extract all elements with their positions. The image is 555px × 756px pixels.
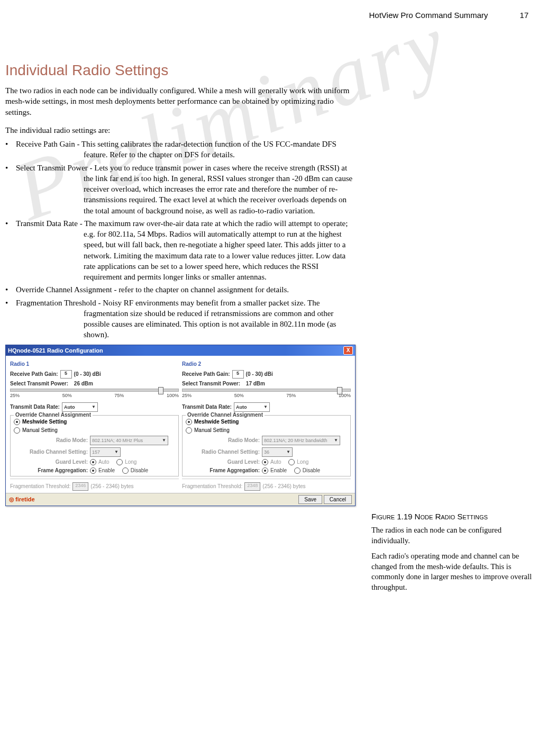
tdr-label: Transmit Data Rate: [10, 404, 60, 410]
frame-aggregation-row: Frame Aggregation: Enable Disable [202, 467, 347, 474]
radio-panel-title: Radio 2 [182, 361, 351, 367]
chevron-down-icon: ▼ [92, 404, 96, 409]
doc-title: HotView Pro Command Summary [369, 11, 488, 20]
frag-input: 2346 [72, 482, 88, 491]
settings-list-item: Fragmentation Threshold - Noisy RF envir… [5, 298, 356, 340]
radio-mode-label: Radio Mode: [30, 437, 88, 443]
list-item-text: Receive Path Gain - This setting calibra… [16, 139, 356, 160]
guard-label: Guard Level: [202, 459, 260, 465]
section-intro: The two radios in each node can be indiv… [5, 85, 356, 118]
radio-icon[interactable] [294, 467, 301, 474]
rcs-dropdown: 36▼ [262, 447, 293, 457]
slider-tick: 100% [167, 393, 179, 398]
stp-value: 17 dBm [246, 381, 265, 386]
rpg-label: Receive Path Gain: [10, 371, 58, 377]
radio-channel-row: Radio Channel Setting: 36▼ [202, 447, 347, 457]
firetide-logo: firetide [9, 496, 35, 503]
dialog-title: HQnode-0521 Radio Configuration [8, 347, 103, 354]
slider-tick: 25% [182, 393, 192, 398]
tdr-dropdown[interactable]: Auto▼ [234, 402, 270, 412]
list-item-text: Fragmentation Threshold - Noisy RF envir… [16, 298, 356, 340]
figure-desc-2: Each radio's operating mode and channel … [371, 551, 534, 592]
radio-mode-row: Radio Mode: 802.11NA; 40 MHz Plus▼ [30, 436, 175, 445]
radio-icon[interactable] [122, 467, 129, 474]
transmit-power-slider[interactable] [182, 389, 351, 392]
receive-path-gain-row: Receive Path Gain: 5 (0 - 30) dBi [10, 370, 179, 379]
list-item-text: Transmit Data Rate - The maximum raw ove… [16, 218, 356, 283]
radio-icon[interactable] [90, 467, 96, 474]
fragmentation-row: Fragmentation Threshold: 2348 (256 - 234… [182, 479, 351, 491]
settings-list-item: Receive Path Gain - This setting calibra… [5, 139, 356, 160]
chevron-down-icon: ▼ [263, 404, 268, 409]
page-number: 17 [520, 11, 529, 20]
transmit-power-row: Select Transmit Power: 26 dBm [10, 381, 179, 386]
fragmentation-row: Fragmentation Threshold: 2346 (256 - 234… [10, 479, 179, 491]
rpg-input[interactable]: 5 [232, 370, 244, 379]
dialog-titlebar[interactable]: HQnode-0521 Radio Configuration X [6, 345, 355, 356]
list-item-text: Override Channel Assignment - refer to t… [16, 284, 356, 295]
slider-tick: 50% [62, 393, 72, 398]
radio-icon [14, 419, 20, 425]
rcs-label: Radio Channel Setting: [202, 449, 260, 455]
frame-aggregation-row: Frame Aggregation: Enable Disable [30, 467, 175, 474]
save-button[interactable]: Save [298, 495, 322, 504]
radio-mode-label: Radio Mode: [202, 437, 260, 443]
stp-value: 26 dBm [74, 381, 93, 386]
receive-path-gain-row: Receive Path Gain: 5 (0 - 30) dBi [182, 370, 351, 379]
tdr-dropdown[interactable]: Auto▼ [62, 402, 98, 412]
radio-icon [14, 427, 20, 434]
meshwide-option[interactable]: Meshwide Setting [14, 419, 175, 425]
frag-input: 2348 [244, 482, 260, 491]
radio-panel-1: Radio 1 Receive Path Gain: 5 (0 - 30) dB… [10, 361, 179, 491]
chevron-down-icon: ▼ [162, 438, 166, 443]
radio-panel-2: Radio 2 Receive Path Gain: 5 (0 - 30) dB… [182, 361, 351, 491]
chevron-down-icon: ▼ [334, 438, 338, 443]
figure-number: 1.19 [397, 512, 412, 521]
radio-mode-dropdown: 802.11NA; 40 MHz Plus▼ [90, 436, 168, 445]
frag-range: (256 - 2346) bytes [262, 483, 305, 489]
figure-desc-1: The radios in each node can be configure… [371, 525, 534, 546]
manual-option[interactable]: Manual Setting [14, 427, 175, 434]
radio-icon [186, 419, 192, 425]
tdr-label: Transmit Data Rate: [182, 404, 232, 410]
stp-label: Select Transmit Power: [10, 381, 68, 386]
chevron-down-icon: ▼ [286, 449, 290, 454]
rpg-label: Receive Path Gain: [182, 371, 230, 377]
transmit-data-rate-row: Transmit Data Rate: Auto▼ [10, 402, 179, 412]
frag-label: Fragmentation Threshold: [182, 483, 242, 489]
settings-list-item: Select Transmit Power - Lets you to redu… [5, 163, 356, 216]
radio-icon [90, 459, 96, 465]
rcs-label: Radio Channel Setting: [30, 449, 88, 455]
figure-caption: Figure 1.19 Node Radio Settings [371, 512, 534, 521]
override-channel-group: Override Channel Assignment Meshwide Set… [10, 415, 179, 476]
settings-list-item: Transmit Data Rate - The maximum raw ove… [5, 218, 356, 283]
slider-ticks: 25%50%75%100% [10, 393, 179, 398]
slider-tick: 25% [10, 393, 20, 398]
dialog-footer: firetide Save Cancel [6, 493, 355, 506]
radio-icon [262, 459, 268, 465]
slider-thumb[interactable] [158, 387, 163, 394]
slider-tick: 75% [286, 393, 296, 398]
radio-mode-dropdown: 802.11NA; 20 MHz bandwidth▼ [262, 436, 340, 445]
radio-icon[interactable] [262, 467, 268, 474]
radio-config-dialog: HQnode-0521 Radio Configuration X Radio … [5, 345, 356, 506]
rpg-input[interactable]: 5 [60, 370, 72, 379]
meshwide-option[interactable]: Meshwide Setting [186, 419, 347, 425]
cancel-button[interactable]: Cancel [324, 495, 352, 504]
transmit-data-rate-row: Transmit Data Rate: Auto▼ [182, 402, 351, 412]
stp-label: Select Transmit Power: [182, 381, 240, 386]
settings-list: Receive Path Gain - This setting calibra… [5, 139, 356, 340]
guard-level-row: Guard Level: Auto Long [30, 459, 175, 465]
manual-option[interactable]: Manual Setting [186, 427, 347, 434]
transmit-power-slider[interactable] [10, 389, 179, 392]
radio-icon [186, 427, 192, 434]
close-icon[interactable]: X [343, 346, 353, 355]
override-legend: Override Channel Assignment [14, 412, 93, 418]
slider-thumb[interactable] [337, 387, 342, 394]
list-item-text: Select Transmit Power - Lets you to redu… [16, 163, 356, 216]
section-heading: Individual Radio Settings [5, 62, 356, 79]
override-legend: Override Channel Assignment [186, 412, 265, 418]
radio-icon [116, 459, 123, 465]
list-intro: The individual radio settings are: [5, 125, 356, 136]
radio-panel-title: Radio 1 [10, 361, 179, 367]
